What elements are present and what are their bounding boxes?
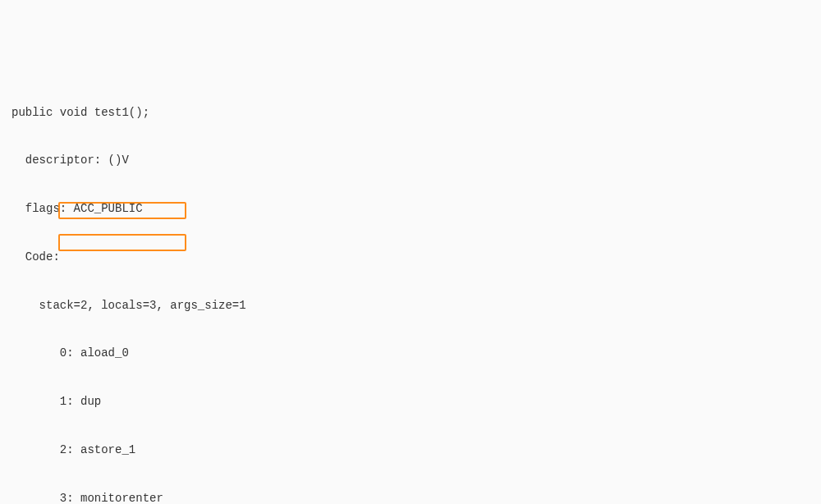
code-line: 0: aload_0 — [11, 346, 810, 362]
code-line: stack=2, locals=3, args_size=1 — [11, 298, 810, 314]
code-line: Code: — [11, 250, 810, 266]
code-line: descriptor: ()V — [11, 153, 810, 169]
code-line: 3: monitorenter — [11, 491, 810, 504]
bytecode-listing: public void test1(); descriptor: ()V fla… — [11, 72, 810, 504]
code-line: flags: ACC_PUBLIC — [11, 201, 810, 218]
code-line: public void test1(); — [11, 105, 810, 121]
code-line: 1: dup — [11, 394, 810, 410]
code-line: 2: astore_1 — [11, 442, 810, 459]
